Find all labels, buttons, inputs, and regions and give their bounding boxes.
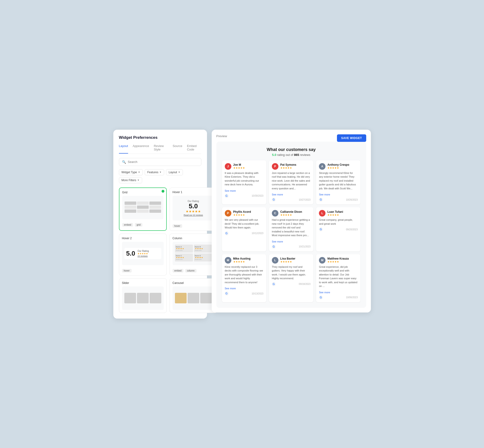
chevron-down-icon: ▼ xyxy=(137,179,140,181)
review-footer: G 10/21/2023 xyxy=(272,245,310,248)
review-text: Strongly recommend Kline for any exterio… xyxy=(319,171,358,191)
see-more-link[interactable]: See more xyxy=(272,240,283,243)
review-card: A Anthony Crespo ★★★★★ Strongly recommen… xyxy=(316,160,360,205)
tab-review-style[interactable]: Review Style xyxy=(154,144,168,153)
left-panel: Widget Preferrences Layout Appearence Re… xyxy=(113,130,207,319)
review-card: P Phyllis Acord ★★★★★ We are very please… xyxy=(222,207,266,251)
review-date: 10/26/2023 xyxy=(346,199,358,201)
reviews-grid: J Joe M ★★★★★ It was a pleasure dealing … xyxy=(222,160,361,302)
review-date: 10/13/2023 xyxy=(252,292,263,295)
hover2-reviews-link[interactable]: 22 reviews xyxy=(137,255,149,257)
overall-rating-value: 5.0 xyxy=(272,153,276,157)
review-header: C Calliannie Dixon ★★★★★ xyxy=(272,210,310,216)
tab-source[interactable]: Source xyxy=(173,144,182,153)
see-more-link[interactable]: See more xyxy=(319,193,330,196)
filter-more[interactable]: More Filters ▼ xyxy=(119,177,142,183)
review-date: 10/06/2023 xyxy=(346,296,358,299)
review-header: L Lisa Baxter ★★★★★ xyxy=(272,257,310,264)
review-footer: G 09/20/2023 xyxy=(319,227,358,231)
reviewer-name: Phyllis Acord xyxy=(233,210,251,214)
chevron-down-icon: ▼ xyxy=(138,171,140,173)
review-date: 10/12/2023 xyxy=(252,232,263,234)
avatar: J xyxy=(225,163,231,170)
review-text: Great company, great people, and great w… xyxy=(319,218,358,226)
see-more-link[interactable]: See more xyxy=(272,193,283,196)
hover1-label: Our Rating xyxy=(184,200,203,202)
selected-indicator xyxy=(161,190,164,193)
hover1-rating: 5.0 xyxy=(184,203,203,209)
widget-card-slider[interactable]: Slider xyxy=(119,278,167,313)
review-header: M Matthew Krauza ★★★★★ xyxy=(319,257,358,264)
google-icon: G xyxy=(319,198,323,201)
review-text: It was a pleasure dealing with Kline Ext… xyxy=(225,171,263,187)
reviewer-name: Calliannie Dixon xyxy=(280,210,302,214)
save-widget-button[interactable]: SAVE WIDGET xyxy=(337,134,366,142)
hover2-preview: 5.0 Our Rating ★★★★★ 22 reviews xyxy=(122,242,164,265)
reviewer-name: Luan Tufani xyxy=(327,210,343,214)
review-footer: G 10/27/2023 xyxy=(272,198,310,201)
review-text: Had a great experience gettting a new ro… xyxy=(272,218,310,237)
tab-layout[interactable]: Layout xyxy=(119,144,128,153)
tag-embed-col: embed xyxy=(173,269,184,272)
hover2-our-rating-label: Our Rating xyxy=(137,250,149,252)
google-icon: G xyxy=(272,282,276,286)
search-input[interactable] xyxy=(128,160,198,164)
google-icon: G xyxy=(319,296,323,299)
review-header: L Luan Tufani ★★★★★ xyxy=(319,210,358,216)
review-header: A Anthony Crespo ★★★★★ xyxy=(319,163,358,170)
panel-title: Widget Preferrences xyxy=(119,135,201,140)
google-icon: G xyxy=(319,227,323,231)
tag-embed: embed xyxy=(122,223,133,227)
reviewer-name: Matthew Krauza xyxy=(327,257,349,260)
reviewer-stars: ★★★★★ xyxy=(233,166,245,169)
google-icon: G xyxy=(225,292,228,295)
widget-grid: Grid xyxy=(119,187,201,313)
hover2-stars: ★★★★★ xyxy=(137,252,149,255)
hover1-read-reviews[interactable]: Read our 22 reviews xyxy=(184,214,203,216)
reviewer-name: Joe M xyxy=(233,163,245,166)
tab-embed-code[interactable]: Embed Code xyxy=(187,144,201,153)
review-card: M Mike Austing ★★★★★ Kline recently repl… xyxy=(222,254,266,302)
see-more-link[interactable]: See more xyxy=(319,291,330,294)
google-icon: G xyxy=(272,245,276,248)
review-count: 865 xyxy=(294,153,299,157)
review-date: 10/27/2023 xyxy=(299,199,310,201)
google-icon: G xyxy=(272,198,276,201)
see-more-link[interactable]: See more xyxy=(225,287,236,290)
review-date: 10/30/2023 xyxy=(252,194,263,197)
avatar: C xyxy=(272,210,278,216)
hover1-stars: ★★★★★ xyxy=(184,209,203,213)
widget-card-hover2[interactable]: Hover 2 5.0 Our Rating ★★★★★ 22 reviews … xyxy=(119,234,167,275)
reviewer-stars: ★★★★★ xyxy=(233,260,250,263)
filters-row: Widget Type ▼ Features ▼ Layout ▼ More F… xyxy=(119,169,201,183)
review-text: Great experience, did job exceptionally … xyxy=(319,265,358,288)
google-icon: G xyxy=(225,194,228,198)
reviewer-stars: ★★★★★ xyxy=(280,260,296,263)
reviewer-name: Lisa Baxter xyxy=(280,257,296,260)
chevron-down-icon: ▼ xyxy=(178,171,180,173)
avatar: M xyxy=(225,257,231,264)
rating-text: rating out of xyxy=(277,153,294,157)
filter-layout[interactable]: Layout ▼ xyxy=(166,169,183,175)
review-text: Kline recently replaced our 3 decks with… xyxy=(225,265,263,284)
reviewer-stars: ★★★★★ xyxy=(327,214,343,216)
carousel-preview xyxy=(173,287,214,310)
review-header: P Pat Symons ★★★★★ xyxy=(272,163,310,170)
reviewer-stars: ★★★★★ xyxy=(280,214,302,216)
see-more-link[interactable]: See more xyxy=(225,189,236,192)
widget-card-carousel[interactable]: Carousel xyxy=(169,278,217,313)
widget-card-hover1[interactable]: Hover 1 Our Rating 5.0 ★★★★★ Read our 22… xyxy=(169,187,217,231)
rating-summary-line: 5.0 rating out of 865 reviews xyxy=(222,153,361,157)
widget-name-carousel: Carousel xyxy=(173,281,214,285)
review-footer: G 10/30/2023 xyxy=(225,194,263,198)
tabs-row: Layout Appearence Review Style Source Em… xyxy=(119,144,201,154)
preview-widget: What our customers say 5.0 rating out of… xyxy=(216,142,366,308)
review-card: M Matthew Krauza ★★★★★ Great experience,… xyxy=(316,254,360,302)
widget-card-grid[interactable]: Grid xyxy=(119,187,167,231)
tab-appearance[interactable]: Appearence xyxy=(133,144,149,153)
avatar: L xyxy=(319,210,325,216)
widget-card-column[interactable]: Column Name A ★★★★★ review text... Name … xyxy=(169,234,217,275)
filter-widget-type[interactable]: Widget Type ▼ xyxy=(119,169,143,175)
filter-features[interactable]: Features ▼ xyxy=(145,169,164,175)
review-text: They replaced my roof and gutters. Very … xyxy=(272,265,310,280)
